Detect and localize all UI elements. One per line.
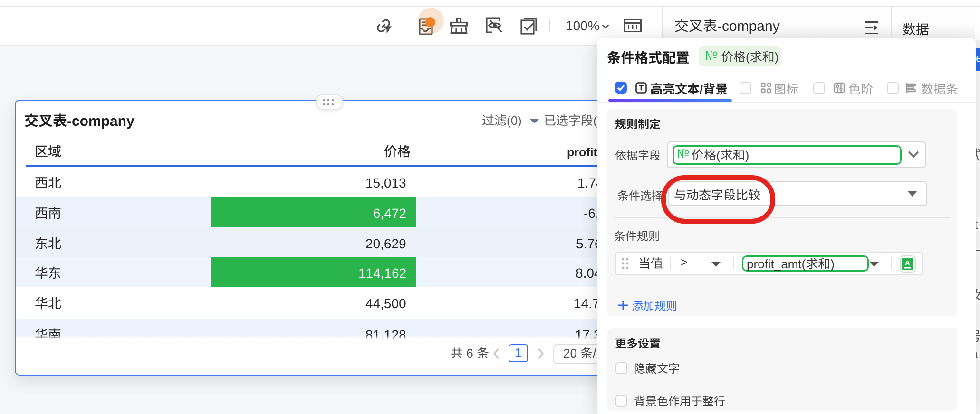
svg-text:A: A <box>905 259 910 267</box>
